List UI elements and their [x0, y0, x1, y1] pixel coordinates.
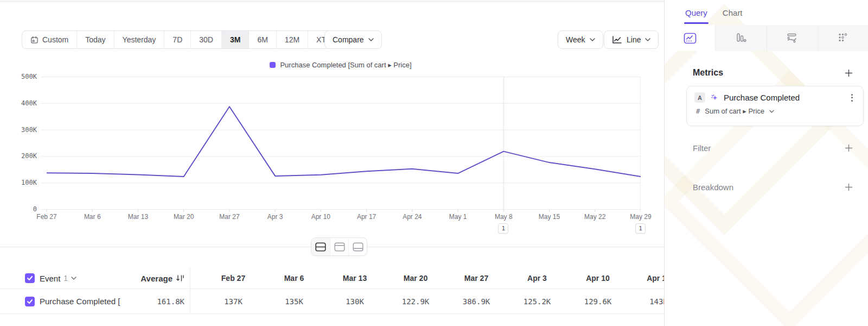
table-row: Purchase Completed [... 161.8K 137K135K1… — [0, 289, 664, 314]
range-7d[interactable]: 7D — [164, 31, 190, 48]
range-12m[interactable]: 12M — [276, 31, 308, 48]
granularity-button[interactable]: Week — [558, 30, 603, 49]
y-tick-label: 200K — [12, 152, 37, 160]
x-tick-label: Apr 3 — [256, 213, 294, 221]
retention-tile[interactable] — [818, 25, 868, 51]
table-value-cell: 130K — [324, 289, 385, 314]
granularity-label: Week — [566, 35, 585, 44]
query-sidebar: Query Chart — [664, 0, 868, 326]
chart-only-view-button[interactable] — [330, 238, 348, 255]
tab-query-label: Query — [685, 8, 707, 17]
table-only-view-button[interactable] — [348, 238, 367, 255]
bar-chart-icon — [736, 33, 746, 43]
y-tick-label: 300K — [12, 126, 37, 134]
event-label: Event — [40, 274, 60, 283]
x-tick-label: Feb 27 — [28, 213, 66, 221]
metric-menu-button[interactable] — [848, 94, 856, 102]
range-custom[interactable]: Custom — [22, 31, 76, 48]
annotation-badge[interactable]: 1 — [498, 223, 508, 234]
line-chart-icon — [612, 36, 622, 44]
series-line — [47, 106, 641, 177]
range-today[interactable]: Today — [76, 31, 113, 48]
x-tick-label: Mar 13 — [119, 213, 157, 221]
table-header-cell: Mar 6 — [264, 268, 324, 289]
table-value-cell: 143K — [628, 289, 664, 314]
x-tick-label: Apr 17 — [348, 213, 386, 221]
event-column-header[interactable]: Event 1 — [40, 268, 76, 289]
date-value-cols: 137K135K130K122.9K386.9K125.2K129.6K143K — [190, 289, 664, 314]
chevron-down-icon — [71, 277, 76, 280]
y-tick-label: 500K — [12, 73, 37, 80]
table-header-row: Event 1 Average Feb 27Mar 6Mar 13Mar 20M… — [0, 268, 664, 289]
metric-aggregation-dropdown[interactable]: # Sum of cart ▸ Price — [694, 107, 856, 115]
check-icon — [27, 275, 33, 281]
table-value-cell: 386.9K — [446, 289, 507, 314]
plus-icon — [845, 144, 853, 152]
table-header-cell: Apr 10 — [567, 268, 628, 289]
x-tick-label: Mar 27 — [210, 213, 248, 221]
table-value-cell: 125.2K — [507, 289, 567, 314]
annotation-badge[interactable]: 1 — [635, 223, 646, 234]
add-metric-button[interactable] — [844, 68, 853, 77]
sort-icon[interactable] — [176, 274, 184, 282]
split-view-icon — [315, 242, 326, 252]
plus-icon — [845, 183, 853, 191]
event-sparkle-icon — [710, 93, 719, 102]
range-3m[interactable]: 3M — [221, 31, 248, 48]
table-header-cell: Feb 27 — [203, 268, 264, 289]
add-filter-button[interactable] — [844, 143, 853, 152]
row-average-value: 161.8K — [108, 289, 184, 314]
view-toggle-group — [311, 237, 367, 256]
legend-label: Purchase Completed [Sum of cart ▸ Price] — [280, 61, 411, 69]
chart-type-button[interactable]: Line — [604, 30, 659, 49]
calendar-icon — [30, 36, 39, 44]
range-yesterday[interactable]: Yesterday — [114, 31, 164, 48]
chart-legend: Purchase Completed [Sum of cart ▸ Price] — [41, 61, 641, 69]
legend-item[interactable]: Purchase Completed [Sum of cart ▸ Price] — [270, 61, 411, 69]
plus-icon — [845, 69, 853, 77]
x-tick-label: May 15 — [531, 213, 569, 221]
metric-letter-badge: A — [694, 92, 705, 103]
tab-query[interactable]: Query — [685, 0, 707, 25]
x-tick-label: Apr 24 — [393, 213, 431, 221]
insights-chart-tile[interactable] — [665, 25, 715, 51]
table-header-cell: Apr 17 — [628, 268, 664, 289]
row-checkbox[interactable] — [25, 297, 35, 306]
metric-aggregation-label: Sum of cart ▸ Price — [705, 107, 764, 115]
flow-chart-tile[interactable] — [767, 25, 818, 51]
table-header-cell: Mar 13 — [324, 268, 385, 289]
table-column-divider — [190, 268, 190, 314]
breakdown-section-label: Breakdown — [693, 183, 733, 192]
event-count: 1 — [63, 274, 68, 283]
bar-chart-tile[interactable] — [715, 25, 766, 51]
date-range-group: CustomTodayYesterday7D30D3M6M12MXTD — [22, 30, 349, 49]
check-icon — [27, 299, 33, 304]
hash-icon: # — [696, 108, 700, 115]
x-tick-label: May 22 — [576, 213, 614, 221]
compare-button[interactable]: Compare — [324, 30, 382, 49]
average-column-header[interactable]: Average — [141, 274, 173, 283]
select-all-checkbox[interactable] — [25, 273, 35, 283]
table-value-cell: 129.6K — [567, 289, 628, 314]
y-tick-label: 400K — [12, 99, 37, 107]
range-30d[interactable]: 30D — [190, 31, 221, 48]
table-value-cell: 122.9K — [385, 289, 446, 314]
range-6m[interactable]: 6M — [248, 31, 276, 48]
split-view-button[interactable] — [311, 238, 330, 255]
chart-type-label: Line — [627, 35, 641, 44]
x-tick-label: May 29 — [622, 213, 660, 221]
dots-grid-icon — [838, 33, 848, 43]
x-axis-labels: Feb 27Mar 6Mar 13Mar 20Mar 27Apr 3Apr 10… — [41, 213, 641, 222]
x-tick-label: Mar 6 — [73, 213, 111, 221]
tab-chart[interactable]: Chart — [723, 0, 743, 25]
metric-card[interactable]: A Purchase Completed # Sum of cart ▸ Pri… — [686, 86, 864, 126]
bottom-panel-icon — [353, 242, 363, 252]
y-tick-label: 0 — [12, 205, 37, 213]
filter-section-label: Filter — [693, 143, 711, 153]
table-header-cell: Mar 27 — [446, 268, 507, 289]
insights-icon — [684, 33, 697, 44]
x-tick-label: May 8 — [484, 213, 522, 221]
add-breakdown-button[interactable] — [844, 183, 853, 191]
analytics-app: CustomTodayYesterday7D30D3M6M12MXTD Comp… — [0, 0, 868, 326]
x-tick-label: May 1 — [439, 213, 477, 221]
